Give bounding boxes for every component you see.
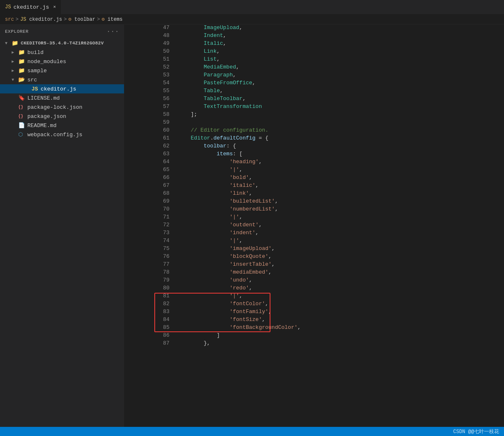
code-line-58: 58 ]; bbox=[124, 111, 504, 119]
line-code-49: Italic, bbox=[176, 40, 504, 48]
line-code-67: 'italic', bbox=[176, 182, 504, 190]
code-line-83: 83 'fontFamily', bbox=[124, 309, 504, 316]
line-code-66: 'bold', bbox=[176, 174, 504, 182]
code-line-57: 57 TextTransformation bbox=[124, 103, 504, 111]
code-line-84: 84 'fontSize', bbox=[124, 316, 504, 324]
code-line-76: 76 'blockQuote', bbox=[124, 253, 504, 261]
line-code-79: 'undo', bbox=[176, 277, 504, 285]
line-code-50: Link, bbox=[176, 48, 504, 56]
line-code-58: ]; bbox=[176, 111, 504, 119]
sidebar-header: EXPLORER ··· bbox=[0, 24, 124, 39]
line-code-69: 'bulletedList', bbox=[176, 198, 504, 206]
line-code-71: '|', bbox=[176, 214, 504, 222]
code-line-56: 56 TableToolbar, bbox=[124, 96, 504, 103]
code-line-63: 63 items: [ bbox=[124, 151, 504, 159]
line-code-59 bbox=[176, 119, 504, 127]
line-code-60: // Editor configuration. bbox=[176, 127, 504, 135]
line-code-81: '|', bbox=[176, 293, 504, 301]
line-number-70: 70 bbox=[124, 206, 176, 214]
ckjs-icon: JS bbox=[32, 86, 39, 92]
line-number-57: 57 bbox=[124, 103, 176, 111]
line-number-78: 78 bbox=[124, 269, 176, 277]
code-editor[interactable]: 47 ImageUpload,48 Indent,49 Italic,50 Li… bbox=[124, 24, 504, 427]
code-line-59: 59 bbox=[124, 119, 504, 127]
line-code-87: }, bbox=[176, 340, 504, 348]
sidebar-item-package-lock[interactable]: {} package-lock.json bbox=[0, 103, 124, 112]
code-line-78: 78 'mediaEmbed', bbox=[124, 269, 504, 277]
line-number-74: 74 bbox=[124, 238, 176, 245]
lic-label: LICENSE.md bbox=[27, 95, 124, 101]
line-number-68: 68 bbox=[124, 190, 176, 198]
code-line-70: 70 'numberedList', bbox=[124, 206, 504, 214]
sidebar-item-webpack[interactable]: ⬡ webpack.config.js bbox=[0, 130, 124, 139]
sidebar-item-ckeditor-js[interactable]: JS ckeditor.js bbox=[0, 84, 124, 93]
sidebar-item-build[interactable]: ▶ 📁 build bbox=[0, 48, 124, 57]
pl-icon: {} bbox=[18, 105, 26, 110]
line-number-51: 51 bbox=[124, 56, 176, 64]
line-code-74: '|', bbox=[176, 238, 504, 245]
code-line-51: 51 List, bbox=[124, 56, 504, 64]
sidebar-root[interactable]: ▼ 📁 CKEDITOR5-35.4.0-T4Z1R62GO82V bbox=[0, 39, 124, 48]
code-line-74: 74 '|', bbox=[124, 238, 504, 245]
bc-filename: ckeditor.js bbox=[29, 17, 62, 22]
sidebar-item-node-modules[interactable]: ▶ 📁 node_modules bbox=[0, 57, 124, 66]
line-number-52: 52 bbox=[124, 64, 176, 72]
nm-arrow: ▶ bbox=[12, 59, 18, 64]
code-line-54: 54 PasteFromOffice, bbox=[124, 80, 504, 88]
line-number-60: 60 bbox=[124, 127, 176, 135]
sidebar-item-license[interactable]: 🔖 LICENSE.md bbox=[0, 93, 124, 103]
line-code-53: Paragraph, bbox=[176, 72, 504, 80]
lic-icon: 🔖 bbox=[18, 95, 26, 101]
line-number-54: 54 bbox=[124, 80, 176, 88]
bc-sep2: > bbox=[64, 17, 67, 22]
ckjs-label: ckeditor.js bbox=[41, 86, 124, 92]
bc-sep3: > bbox=[97, 17, 100, 22]
line-code-62: toolbar: { bbox=[176, 143, 504, 151]
line-number-58: 58 bbox=[124, 111, 176, 119]
bottom-bar: CSDN @@七叶一枝花 bbox=[0, 427, 504, 436]
line-number-61: 61 bbox=[124, 135, 176, 143]
line-code-84: 'fontSize', bbox=[176, 316, 504, 324]
line-number-80: 80 bbox=[124, 285, 176, 293]
code-line-71: 71 '|', bbox=[124, 214, 504, 222]
line-code-80: 'redo', bbox=[176, 285, 504, 293]
sidebar-dots[interactable]: ··· bbox=[107, 28, 119, 35]
line-code-76: 'blockQuote', bbox=[176, 253, 504, 261]
line-number-65: 65 bbox=[124, 167, 176, 174]
tab-js-icon: JS bbox=[5, 4, 11, 10]
line-number-53: 53 bbox=[124, 72, 176, 80]
code-line-73: 73 'indent', bbox=[124, 230, 504, 238]
code-line-87: 87 }, bbox=[124, 340, 504, 348]
tab-ckeditor[interactable]: JS ckeditor.js × bbox=[0, 0, 61, 15]
sidebar-item-package[interactable]: {} package.json bbox=[0, 112, 124, 121]
line-code-56: TableToolbar, bbox=[176, 96, 504, 103]
code-line-81: 81 '|', bbox=[124, 293, 504, 301]
sidebar-item-src[interactable]: ▼ 📂 src bbox=[0, 75, 124, 84]
code-line-48: 48 Indent, bbox=[124, 32, 504, 40]
code-line-64: 64 'heading', bbox=[124, 159, 504, 167]
sidebar-item-sample[interactable]: ▶ 📁 sample bbox=[0, 66, 124, 75]
sidebar-item-readme[interactable]: 📄 README.md bbox=[0, 121, 124, 130]
tab-close-button[interactable]: × bbox=[53, 5, 56, 10]
rm-label: README.md bbox=[27, 122, 124, 129]
pl-label: package-lock.json bbox=[27, 104, 124, 110]
build-arrow: ▶ bbox=[12, 50, 18, 55]
line-code-64: 'heading', bbox=[176, 159, 504, 167]
line-code-47: ImageUpload, bbox=[176, 24, 504, 32]
build-label: build bbox=[27, 49, 124, 56]
nm-label: node_modules bbox=[27, 59, 124, 65]
code-line-61: 61 Editor.defaultConfig = { bbox=[124, 135, 504, 143]
line-number-56: 56 bbox=[124, 96, 176, 103]
line-code-85: 'fontBackgroundColor', bbox=[176, 324, 504, 332]
line-code-77: 'insertTable', bbox=[176, 261, 504, 269]
bc-items: items bbox=[107, 17, 122, 22]
code-line-85: 85 'fontBackgroundColor', bbox=[124, 324, 504, 332]
line-number-64: 64 bbox=[124, 159, 176, 167]
line-code-63: items: [ bbox=[176, 151, 504, 159]
line-number-62: 62 bbox=[124, 143, 176, 151]
bc-items-icon: ⚙ bbox=[102, 16, 105, 22]
watermark: CSDN @@七叶一枝花 bbox=[453, 428, 499, 435]
line-number-86: 86 bbox=[124, 332, 176, 340]
line-code-70: 'numberedList', bbox=[176, 206, 504, 214]
code-line-47: 47 ImageUpload, bbox=[124, 24, 504, 32]
